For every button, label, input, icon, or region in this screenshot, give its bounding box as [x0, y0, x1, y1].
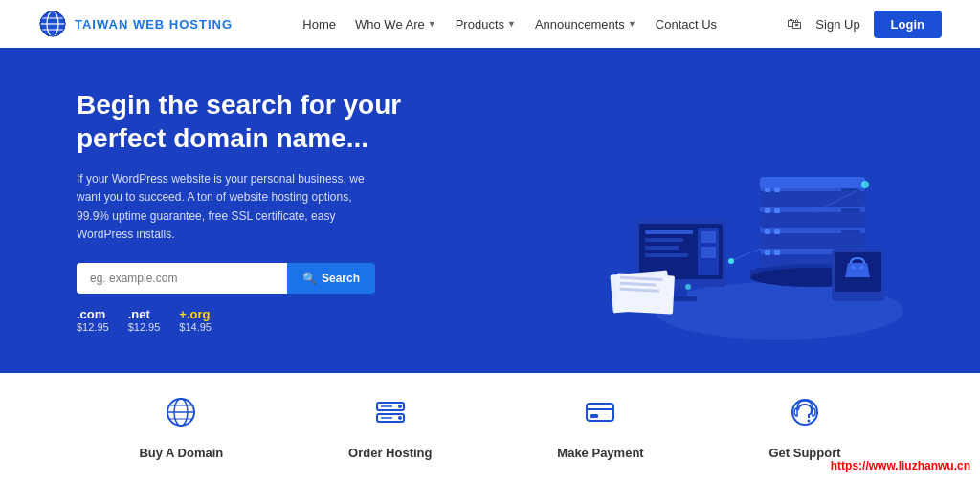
svg-rect-34 — [645, 230, 693, 234]
svg-rect-27 — [760, 177, 865, 188]
feature-buy-domain-label: Buy A Domain — [139, 446, 223, 460]
hero-section: Begin the search for your perfect domain… — [0, 48, 980, 373]
tld-com: .com $12.95 — [77, 307, 109, 333]
logo[interactable]: TAIWAN WEB HOSTING — [38, 10, 233, 38]
nav-products[interactable]: Products ▼ — [456, 17, 516, 32]
svg-rect-35 — [645, 238, 683, 242]
domain-icon — [164, 395, 198, 436]
svg-rect-21 — [841, 208, 860, 212]
feature-get-support-label: Get Support — [768, 446, 840, 460]
tld-org-name: +.org — [179, 307, 212, 321]
svg-rect-50 — [852, 266, 855, 269]
tld-org: +.org $14.95 — [179, 307, 212, 333]
tld-org-price: $14.95 — [179, 321, 212, 333]
domain-search-input[interactable] — [77, 263, 287, 294]
signup-link[interactable]: Sign Up — [815, 17, 859, 32]
feature-buy-domain[interactable]: Buy A Domain — [139, 395, 223, 460]
main-header: TAIWAN WEB HOSTING Home Who We Are ▼ Pro… — [0, 0, 980, 48]
nav-right-actions: 🛍 Sign Up Login — [787, 11, 942, 38]
hosting-icon — [373, 395, 408, 436]
nav-home[interactable]: Home — [302, 17, 336, 32]
nav-contact-us[interactable]: Contact Us — [656, 17, 717, 32]
domain-search-bar: 🔍 Search — [77, 263, 490, 294]
feature-make-payment[interactable]: Make Payment — [557, 395, 643, 460]
tld-com-price: $12.95 — [77, 321, 109, 333]
feature-order-hosting-label: Order Hosting — [348, 446, 432, 460]
login-button[interactable]: Login — [874, 11, 942, 38]
support-icon — [788, 395, 822, 436]
nav-announcements[interactable]: Announcements ▼ — [535, 17, 636, 32]
tld-net-name: .net — [128, 307, 161, 321]
svg-point-56 — [861, 181, 869, 188]
search-button[interactable]: 🔍 Search — [287, 263, 375, 294]
hero-description: If your WordPress website is your person… — [77, 170, 373, 244]
svg-rect-20 — [774, 208, 780, 213]
payment-icon — [583, 395, 617, 436]
svg-point-71 — [792, 400, 817, 425]
logo-text: TAIWAN WEB HOSTING — [75, 17, 233, 32]
svg-point-65 — [398, 416, 402, 420]
hero-title: Begin the search for your perfect domain… — [77, 88, 490, 155]
feature-order-hosting[interactable]: Order Hosting — [348, 395, 432, 460]
svg-rect-51 — [860, 266, 863, 269]
tld-com-name: .com — [77, 307, 109, 321]
logo-globe-icon — [38, 10, 67, 38]
server-illustration — [540, 72, 903, 349]
svg-rect-9 — [765, 250, 770, 255]
svg-rect-10 — [774, 250, 780, 255]
svg-point-55 — [685, 284, 691, 290]
svg-point-64 — [398, 405, 402, 408]
search-icon: 🔍 — [302, 272, 317, 285]
feature-get-support[interactable]: Get Support — [768, 395, 840, 460]
svg-rect-15 — [774, 229, 780, 234]
svg-rect-16 — [841, 230, 860, 233]
products-arrow-icon: ▼ — [507, 19, 516, 29]
svg-rect-70 — [590, 414, 598, 418]
watermark: https://www.liuzhanwu.cn — [831, 459, 970, 472]
svg-rect-37 — [645, 253, 688, 257]
svg-rect-14 — [765, 229, 770, 234]
svg-point-54 — [728, 258, 734, 264]
tld-net: .net $12.95 — [128, 307, 161, 333]
tld-net-price: $12.95 — [128, 321, 161, 333]
svg-rect-68 — [587, 404, 613, 421]
announcements-arrow-icon: ▼ — [628, 19, 636, 29]
who-we-are-arrow-icon: ▼ — [428, 19, 436, 29]
main-nav: Home Who We Are ▼ Products ▼ Announcemen… — [302, 17, 717, 32]
svg-rect-36 — [645, 246, 679, 250]
svg-rect-19 — [765, 208, 770, 213]
svg-rect-39 — [701, 231, 716, 243]
tld-list: .com $12.95 .net $12.95 +.org $14.95 — [77, 307, 490, 333]
nav-who-we-are[interactable]: Who We Are ▼ — [355, 17, 436, 32]
svg-rect-40 — [701, 247, 716, 258]
svg-point-72 — [808, 420, 811, 423]
hero-content: Begin the search for your perfect domain… — [77, 88, 490, 333]
hero-illustration — [490, 72, 903, 349]
cart-icon[interactable]: 🛍 — [787, 15, 802, 33]
feature-make-payment-label: Make Payment — [557, 446, 643, 460]
